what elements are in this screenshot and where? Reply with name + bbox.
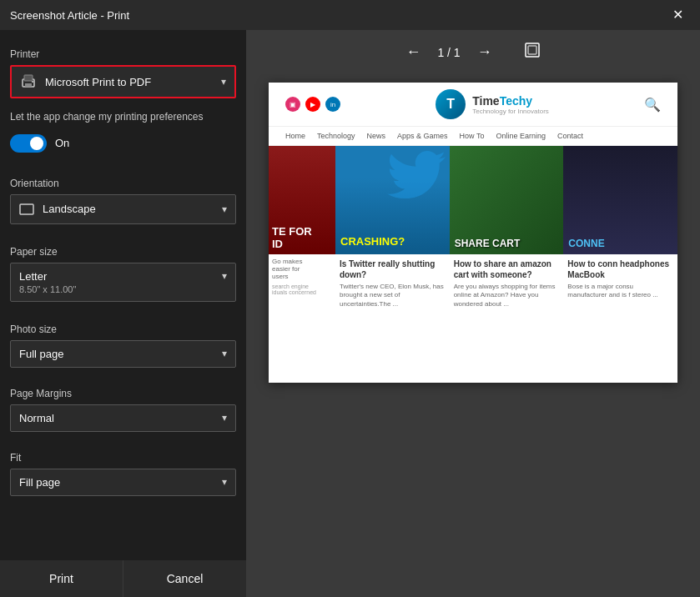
preview-toolbar: ← 1 / 1 → bbox=[246, 30, 700, 74]
nav-contact: Contact bbox=[557, 132, 583, 140]
brand-name: TimeTechy bbox=[472, 94, 549, 108]
printer-dropdown[interactable]: Microsoft Print to PDF ▾ bbox=[10, 65, 236, 98]
next-page-button[interactable]: → bbox=[471, 40, 499, 64]
photo-size-value: Full page bbox=[19, 348, 222, 360]
preview-panel: ← 1 / 1 → ▣ ▶ in bbox=[246, 30, 700, 597]
paper-size-dropdown[interactable]: Letter ▾ 8.50" x 11.00" bbox=[10, 263, 236, 302]
orientation-arrow: ▾ bbox=[222, 203, 227, 215]
preference-toggle[interactable] bbox=[10, 134, 47, 153]
paper-size-arrow: ▾ bbox=[222, 270, 227, 282]
main-content: Printer Microsoft Print to PDF ▾ Let the… bbox=[0, 30, 700, 597]
svg-rect-1 bbox=[24, 75, 33, 81]
orientation-dropdown[interactable]: Landscape ▾ bbox=[10, 194, 236, 224]
search-icon: 🔍 bbox=[644, 97, 661, 113]
article-card-2: CRASHING? Is Twitter really shutting dow… bbox=[335, 146, 450, 363]
margins-label: Page Margins bbox=[10, 388, 236, 399]
svg-rect-2 bbox=[25, 83, 32, 87]
website-preview: ▣ ▶ in T TimeTechy Technology for Innova… bbox=[269, 83, 677, 383]
fit-page-button[interactable] bbox=[517, 38, 547, 66]
article-card-4: CONNE How to conn headphones MacBook Bos… bbox=[563, 146, 677, 363]
orientation-label: Orientation bbox=[10, 178, 236, 189]
logo-circle: T bbox=[436, 89, 466, 119]
youtube-icon: ▶ bbox=[305, 97, 320, 112]
fit-arrow: ▾ bbox=[222, 476, 227, 488]
action-buttons: Print Cancel bbox=[0, 560, 246, 597]
toggle-row: On bbox=[10, 134, 236, 153]
article1-text: Go makeseasier forusers bbox=[272, 258, 302, 280]
print-button[interactable]: Print bbox=[0, 560, 123, 597]
page-indicator: 1 / 1 bbox=[437, 46, 460, 59]
linkedin-icon: in bbox=[325, 97, 340, 112]
preview-page: ▣ ▶ in T TimeTechy Technology for Innova… bbox=[269, 83, 677, 383]
margins-dropdown[interactable]: Normal ▾ bbox=[10, 404, 236, 432]
printer-name: Microsoft Print to PDF bbox=[45, 76, 221, 88]
printer-dropdown-arrow: ▾ bbox=[221, 76, 226, 88]
svg-rect-4 bbox=[20, 204, 33, 214]
fit-dropdown[interactable]: Fill page ▾ bbox=[10, 469, 236, 496]
svg-point-3 bbox=[32, 81, 33, 83]
margins-arrow: ▾ bbox=[222, 412, 227, 424]
article-card-1: TE FORID Go makeseasier forusers search … bbox=[269, 146, 335, 363]
nav-howto: How To bbox=[460, 132, 485, 140]
fit-label: Fit bbox=[10, 452, 236, 464]
nav-news: News bbox=[367, 132, 386, 140]
photo-size-arrow: ▾ bbox=[222, 348, 227, 359]
article-card-3: SHARE CART How to share an amazon cart w… bbox=[450, 146, 564, 363]
nav-apps: Apps & Games bbox=[397, 132, 448, 140]
preview-area: ▣ ▶ in T TimeTechy Technology for Innova… bbox=[246, 74, 700, 597]
instagram-icon: ▣ bbox=[285, 97, 300, 112]
nav-home: Home bbox=[285, 132, 305, 140]
site-logo: T TimeTechy Technology for Innovators bbox=[436, 89, 549, 119]
articles-grid: TE FORID Go makeseasier forusers search … bbox=[269, 146, 677, 363]
paper-size-dimension: 8.50" x 11.00" bbox=[19, 284, 76, 294]
printer-icon bbox=[20, 73, 37, 90]
orientation-value: Landscape bbox=[43, 203, 222, 215]
photo-size-label: Photo size bbox=[10, 324, 236, 335]
svg-rect-5 bbox=[526, 43, 539, 57]
svg-rect-6 bbox=[528, 46, 536, 54]
site-social: ▣ ▶ in bbox=[285, 97, 340, 112]
nav-earning: Online Earning bbox=[496, 132, 546, 140]
site-nav: Home Technology News Apps & Games How To… bbox=[269, 127, 677, 146]
logo-text: TimeTechy Technology for Innovators bbox=[472, 94, 549, 115]
tagline: Technology for Innovators bbox=[472, 108, 549, 115]
close-button[interactable]: ✕ bbox=[666, 7, 690, 23]
paper-size-name: Letter bbox=[19, 270, 222, 283]
cancel-button[interactable]: Cancel bbox=[123, 560, 246, 597]
preference-label: Let the app change my printing preferenc… bbox=[10, 110, 236, 124]
photo-size-dropdown[interactable]: Full page ▾ bbox=[10, 340, 236, 368]
fit-value: Fill page bbox=[19, 476, 222, 489]
settings-panel: Printer Microsoft Print to PDF ▾ Let the… bbox=[0, 30, 246, 509]
title-bar: Screenshot Article - Print ✕ bbox=[0, 0, 700, 30]
site-header: ▣ ▶ in T TimeTechy Technology for Innova… bbox=[269, 83, 677, 127]
nav-technology: Technology bbox=[317, 132, 355, 140]
prev-page-button[interactable]: ← bbox=[399, 40, 427, 64]
dialog-title: Screenshot Article - Print bbox=[10, 9, 129, 22]
printer-label: Printer bbox=[10, 48, 236, 60]
orientation-icon bbox=[19, 202, 34, 217]
margins-value: Normal bbox=[19, 412, 222, 424]
paper-size-label: Paper size bbox=[10, 246, 236, 258]
toggle-label: On bbox=[55, 137, 69, 149]
